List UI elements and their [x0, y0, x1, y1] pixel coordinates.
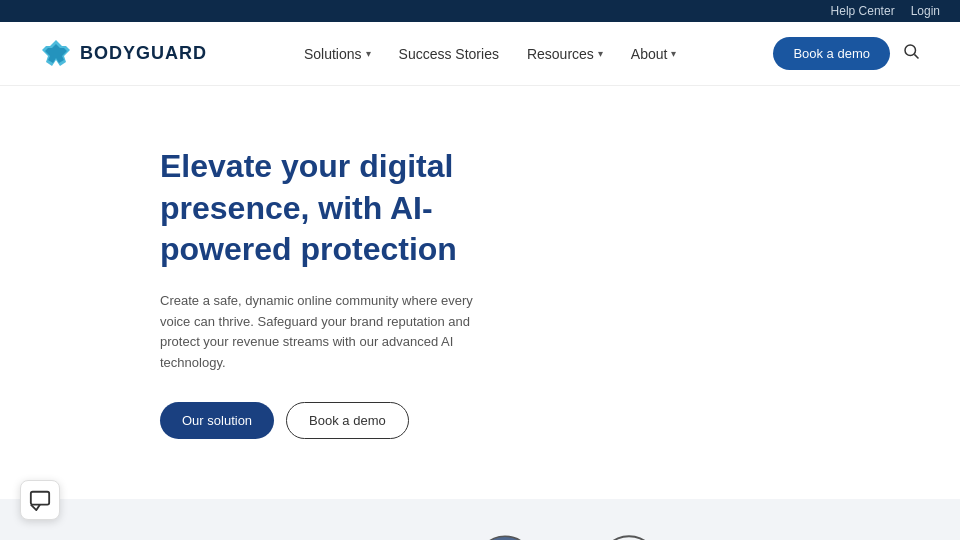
book-demo-hero-button[interactable]: Book a demo	[286, 402, 409, 439]
chevron-down-icon: ▾	[366, 48, 371, 59]
help-center-link[interactable]: Help Center	[831, 4, 895, 18]
search-icon	[902, 42, 920, 60]
svg-point-2	[905, 45, 916, 56]
nav-success-stories[interactable]: Success Stories	[399, 46, 499, 62]
our-solution-button[interactable]: Our solution	[160, 402, 274, 439]
logo[interactable]: BODYGUARD	[40, 38, 207, 70]
logo-campari: CAMPARI	[160, 535, 293, 540]
logo-petit-bateau: PETIT BATEAU	[597, 535, 661, 540]
logo-partial	[848, 535, 868, 540]
login-link[interactable]: Login	[911, 4, 940, 18]
hero-buttons: Our solution Book a demo	[160, 402, 560, 439]
logo-text: BODYGUARD	[80, 43, 207, 64]
nav-actions: Book a demo	[773, 37, 920, 70]
logos-strip: brut. CAMPARI 6 PARIS SAINT-GERMAIN F.C.	[0, 499, 960, 540]
nav-resources[interactable]: Resources ▾	[527, 46, 603, 62]
logo-brut: brut.	[40, 535, 100, 540]
logo-psg: PARIS SAINT-GERMAIN F.C.	[473, 535, 537, 540]
search-button[interactable]	[902, 42, 920, 65]
svg-point-6	[477, 536, 535, 540]
svg-rect-20	[31, 492, 49, 505]
hero-section: Elevate your digital presence, with AI-p…	[0, 86, 600, 499]
chevron-down-icon-2: ▾	[598, 48, 603, 59]
chat-icon	[29, 489, 51, 511]
hero-description: Create a safe, dynamic online community …	[160, 291, 500, 374]
hero-title: Elevate your digital presence, with AI-p…	[160, 146, 560, 271]
book-demo-button[interactable]: Book a demo	[773, 37, 890, 70]
chat-widget[interactable]	[20, 480, 60, 520]
nav-about[interactable]: About ▾	[631, 46, 677, 62]
svg-point-13	[601, 536, 659, 540]
navbar: BODYGUARD Solutions ▾ Success Stories Re…	[0, 22, 960, 86]
logo-yubo: yubo	[721, 535, 787, 540]
logo-m6: 6	[353, 535, 413, 540]
nav-solutions[interactable]: Solutions ▾	[304, 46, 371, 62]
chevron-down-icon-3: ▾	[671, 48, 676, 59]
nav-links: Solutions ▾ Success Stories Resources ▾ …	[304, 46, 676, 62]
top-bar: Help Center Login	[0, 0, 960, 22]
logos-inner: brut. CAMPARI 6 PARIS SAINT-GERMAIN F.C.	[0, 535, 960, 540]
svg-line-3	[914, 54, 918, 58]
logo-icon	[40, 38, 72, 70]
